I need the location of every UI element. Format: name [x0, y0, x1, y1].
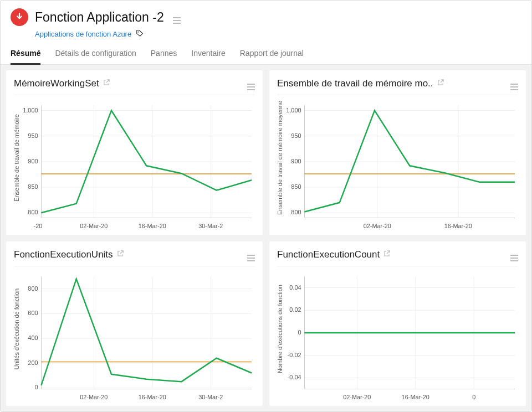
svg-text:1,000: 1,000 [286, 106, 301, 113]
svg-point-1 [138, 32, 139, 33]
card-title: MémoireWorkingSet [14, 78, 99, 89]
popout-icon[interactable] [437, 79, 444, 89]
y-axis-label: Ensemble de travail de mémoire [13, 114, 20, 202]
svg-text:400: 400 [28, 334, 38, 341]
tab-3[interactable]: Inventaire [191, 49, 225, 64]
svg-text:900: 900 [291, 158, 301, 164]
svg-text:02-Mar-20: 02-Mar-20 [80, 223, 108, 229]
tab-1[interactable]: Détails de configuration [55, 49, 136, 64]
tab-4[interactable]: Rapport de journal [240, 49, 304, 64]
svg-text:02-Mar-20: 02-Mar-20 [364, 223, 391, 229]
chart-card: Ensemble de travail de mémoire mo..80085… [269, 70, 526, 235]
svg-text:30-Mar-2: 30-Mar-2 [198, 394, 223, 400]
svg-text:30-Mar-2: 30-Mar-2 [198, 223, 223, 229]
svg-text:1,000: 1,000 [23, 106, 38, 113]
card-title: FunctionExecutionCount [277, 249, 380, 260]
chart: -0.04-0.0200.020.0402-Mar-2016-Mar-200No… [277, 269, 518, 404]
svg-text:02-Mar-20: 02-Mar-20 [80, 394, 108, 400]
popout-icon[interactable] [103, 79, 110, 89]
svg-text:850: 850 [291, 183, 301, 190]
category-link[interactable]: Applications de fonction Azure [35, 30, 131, 38]
svg-text:900: 900 [28, 158, 38, 164]
card-title: Ensemble de travail de mémoire mo.. [277, 78, 433, 89]
svg-text:800: 800 [28, 209, 38, 215]
svg-text:16-Mar-20: 16-Mar-20 [139, 394, 166, 400]
popout-icon[interactable] [383, 250, 391, 260]
y-axis-label: Nombre d'exécutions de fonction [277, 285, 283, 373]
popout-icon[interactable] [116, 250, 124, 260]
svg-text:16-Mar-20: 16-Mar-20 [402, 394, 429, 400]
chart-card: MémoireWorkingSet8008509009501,00002-Mar… [6, 70, 263, 235]
card-menu-icon[interactable] [510, 77, 518, 90]
svg-text:800: 800 [28, 285, 38, 291]
svg-text:16-Mar-20: 16-Mar-20 [444, 223, 472, 229]
svg-text:-0.02: -0.02 [288, 351, 301, 358]
card-menu-icon[interactable] [247, 77, 255, 90]
y-axis-label: Unités d'exécution de fonction [13, 289, 20, 369]
svg-text:02-Mar-20: 02-Mar-20 [343, 394, 371, 400]
svg-text:950: 950 [291, 132, 301, 139]
tab-2[interactable]: Pannes [151, 49, 177, 64]
svg-text:200: 200 [28, 359, 38, 366]
tabs: RésuméDétails de configurationPannesInve… [1, 49, 531, 65]
status-critical-icon [11, 8, 28, 26]
page-title: Fonction Application -2 [35, 10, 164, 25]
svg-text:800: 800 [291, 209, 301, 215]
tag-icon[interactable] [136, 29, 144, 39]
page-menu-icon[interactable] [173, 11, 181, 24]
svg-text:0.02: 0.02 [289, 306, 301, 313]
tab-0[interactable]: Résumé [11, 49, 40, 65]
card-menu-icon[interactable] [247, 248, 255, 261]
chart: 020040060080002-Mar-2016-Mar-2030-Mar-2U… [14, 269, 255, 404]
svg-text:0: 0 [298, 329, 301, 336]
svg-text:-20: -20 [34, 223, 43, 229]
card-menu-icon[interactable] [510, 248, 518, 261]
chart: 8008509009501,00002-Mar-2016-Mar-2030-Ma… [14, 97, 255, 233]
chart: 8008509009501,00002-Mar-2016-Mar-20Ensem… [277, 97, 518, 233]
y-axis-label: Ensemble de travail de mémoire moyenne [277, 101, 283, 215]
card-title: FonctionExecutionUnits [14, 249, 113, 260]
chart-card: FunctionExecutionCount-0.04-0.0200.020.0… [269, 241, 526, 406]
svg-text:600: 600 [28, 310, 38, 316]
svg-text:16-Mar-20: 16-Mar-20 [139, 223, 166, 229]
chart-card: FonctionExecutionUnits020040060080002-Ma… [6, 241, 263, 406]
svg-text:0: 0 [472, 394, 475, 400]
svg-text:0.04: 0.04 [289, 284, 301, 290]
svg-text:-0.04: -0.04 [288, 374, 301, 380]
svg-text:0: 0 [34, 384, 38, 390]
svg-text:950: 950 [28, 132, 38, 139]
svg-text:850: 850 [28, 183, 38, 190]
